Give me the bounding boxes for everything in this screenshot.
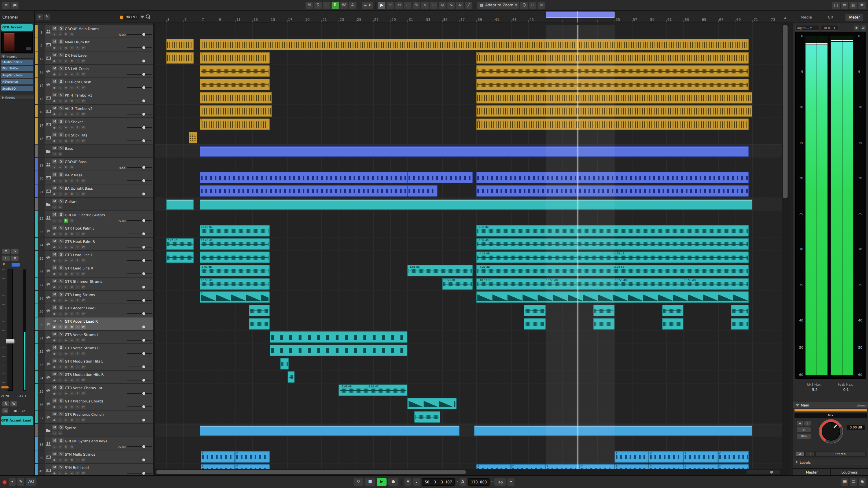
tab-media[interactable]: Media	[797, 13, 816, 21]
track-row[interactable]: 35MSGTR Verse Chorus _ar●◁e≡RW	[35, 384, 153, 397]
track-ctrl-icon[interactable]: e	[64, 378, 68, 382]
track-ctrl-icon[interactable]: ≡	[69, 418, 74, 422]
track-ctrl-icon[interactable]: ●	[52, 72, 57, 76]
track-ctrl-icon[interactable]: ◁	[58, 126, 62, 130]
track-ctrl-icon[interactable]: ◁	[58, 352, 62, 356]
track-row[interactable]: 23MSGTR Hook Palm L●◁e≡RW	[35, 224, 153, 237]
clip[interactable]	[476, 65, 749, 77]
quantize-icon[interactable]: Q	[521, 1, 528, 9]
zoom-tool-icon[interactable]: ⊙	[430, 1, 438, 9]
track-ctrl-icon[interactable]: ≡	[58, 32, 62, 36]
track-ctrl-icon[interactable]: ●	[52, 232, 57, 236]
tab-cr[interactable]: CR	[825, 13, 837, 21]
clip[interactable]	[662, 305, 684, 316]
track-ctrl-icon[interactable]: ≡	[69, 112, 74, 116]
solo-button[interactable]: S	[58, 279, 64, 283]
solo-button[interactable]: S	[58, 239, 64, 243]
meter-settings-icon[interactable]: ✱	[854, 25, 859, 30]
iterative-quantize-icon[interactable]: ≋	[538, 1, 546, 9]
track-ctrl-icon[interactable]: e	[64, 391, 68, 395]
track-row[interactable]: 32MSGTR Verse Strums R●◁e≡RW	[35, 344, 153, 357]
track-ctrl-icon[interactable]: W	[81, 471, 86, 475]
clip[interactable]	[407, 172, 473, 183]
track-ctrl-icon[interactable]: ≡	[69, 298, 74, 302]
track-ctrl-icon[interactable]: ≡	[58, 152, 62, 156]
track-ctrl-icon[interactable]: R	[75, 139, 80, 143]
track-ctrl-icon[interactable]: ●	[52, 99, 57, 103]
track-volume-slider[interactable]	[127, 352, 152, 356]
track-ctrl-icon[interactable]: ≡	[58, 165, 62, 169]
clip[interactable]: 9.99 dB-9.99 dB	[339, 385, 407, 396]
track-volume-slider[interactable]	[127, 445, 152, 449]
clip[interactable]	[476, 291, 749, 303]
track-ctrl-icon[interactable]: W	[81, 139, 86, 143]
track-row[interactable]: 25MSGTR Lead Line L●◁e≡RW	[35, 251, 153, 264]
zoom-slider[interactable]	[746, 470, 780, 474]
clip[interactable]	[199, 78, 269, 90]
mute-button[interactable]: M	[52, 212, 57, 217]
track-ctrl-icon[interactable]: ≡	[69, 325, 74, 329]
state-button-a[interactable]: A	[349, 1, 356, 9]
state-button-s[interactable]: S	[314, 1, 321, 9]
track-ctrl-icon[interactable]: ≡	[69, 126, 74, 130]
track-row[interactable]: 39MSSYN Mello Strings●◁e≡RW	[35, 450, 153, 463]
track-volume-slider[interactable]	[127, 418, 152, 422]
solo-button[interactable]: S	[58, 398, 64, 403]
track-row[interactable]: MSBass◁≡	[35, 144, 153, 157]
clip[interactable]: 1	[200, 451, 235, 462]
clip[interactable]	[249, 318, 270, 330]
mute-button[interactable]: M	[52, 26, 57, 31]
mute-button[interactable]: M	[52, 199, 57, 203]
clip[interactable]: 1	[615, 464, 649, 469]
grid-type-dropdown[interactable]: ▦ Adapt to Zoom▾	[478, 1, 519, 9]
clip[interactable]: 1	[615, 451, 649, 462]
track-volume-slider[interactable]	[127, 405, 152, 409]
track-volume-slider[interactable]	[127, 165, 152, 169]
solo-button[interactable]: S	[58, 332, 64, 336]
insert-slot[interactable]: REVerence	[1, 79, 33, 85]
track-row[interactable]: 30MSGTR Accent Lead R●◁e≡RW	[35, 318, 153, 330]
clip[interactable]	[476, 78, 749, 90]
track-ctrl-icon[interactable]: ≡	[69, 471, 74, 475]
clip[interactable]	[199, 252, 269, 263]
clip[interactable]: 2	[649, 451, 683, 462]
mute-button[interactable]: M	[52, 279, 57, 283]
solo-button[interactable]: S	[58, 39, 64, 44]
track-ctrl-icon[interactable]: e	[52, 445, 57, 449]
track-ctrl-icon[interactable]: ◁	[58, 325, 62, 329]
track-ctrl-icon[interactable]: ◁	[58, 192, 62, 196]
track-ctrl-icon[interactable]: ●	[52, 139, 57, 143]
mute-button[interactable]: M	[52, 319, 57, 323]
clip[interactable]	[199, 92, 272, 103]
track-ctrl-icon[interactable]: ●	[52, 418, 57, 422]
track-ctrl-icon[interactable]: ≡	[58, 431, 62, 435]
track-ctrl-icon[interactable]: R	[75, 245, 80, 249]
comp-tool-icon[interactable]: ∿	[447, 1, 455, 9]
record-button[interactable]: ●	[388, 478, 398, 486]
solo-button[interactable]: S	[58, 319, 64, 323]
track-ctrl-icon[interactable]: ●	[52, 86, 57, 90]
clip[interactable]: 1	[200, 464, 235, 469]
track-ctrl-icon[interactable]: ◁	[58, 378, 62, 382]
track-ctrl-icon[interactable]: W	[81, 418, 86, 422]
stop-button[interactable]: ■	[365, 478, 375, 486]
track-ctrl-icon[interactable]: R	[75, 272, 80, 276]
channel-fader[interactable]	[7, 269, 13, 391]
track-ctrl-icon[interactable]: W	[69, 445, 74, 449]
track-ctrl-icon[interactable]: e	[64, 245, 68, 249]
mute-tool-icon[interactable]: ⊘	[439, 1, 446, 9]
track-ctrl-icon[interactable]: ●	[52, 471, 57, 475]
clip[interactable]	[476, 185, 749, 197]
track-row[interactable]: 33MSGTR Modulation Hits L●◁e≡RW	[35, 357, 153, 370]
cue-1-button[interactable]: 1	[806, 451, 815, 457]
playhead-handle[interactable]	[578, 11, 578, 23]
track-ctrl-icon[interactable]: W	[81, 192, 86, 196]
tap-tempo-button[interactable]: Tap	[494, 478, 506, 486]
track-row[interactable]: 19MSGROUP Basse≡RW-4.55	[35, 158, 153, 170]
clip[interactable]	[188, 132, 197, 143]
solo-button[interactable]: S	[58, 292, 64, 297]
track-volume-slider[interactable]	[127, 338, 152, 342]
dim-button[interactable]: Dim	[797, 434, 811, 439]
solo-button[interactable]: S	[58, 305, 64, 310]
track-ctrl-icon[interactable]: R	[75, 391, 80, 395]
